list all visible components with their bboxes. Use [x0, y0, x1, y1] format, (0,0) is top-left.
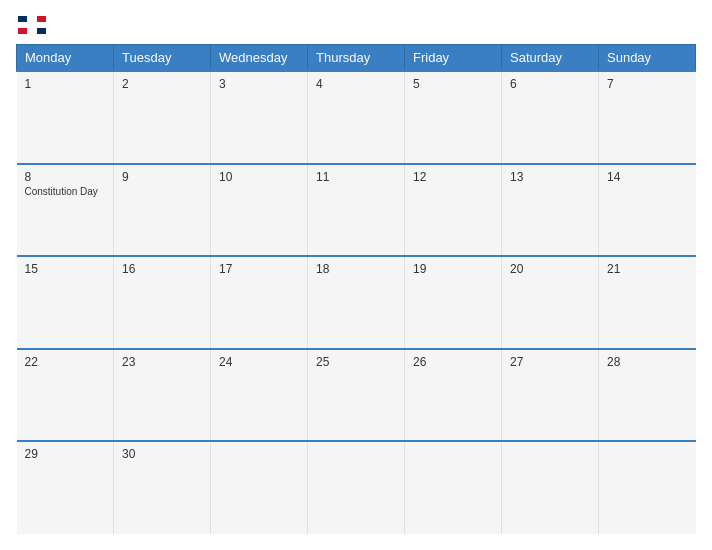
weekday-header-tuesday: Tuesday: [114, 45, 211, 72]
calendar-cell: 17: [211, 256, 308, 349]
calendar-cell: [308, 441, 405, 534]
calendar-table: MondayTuesdayWednesdayThursdayFridaySatu…: [16, 44, 696, 534]
weekday-header-sunday: Sunday: [599, 45, 696, 72]
calendar-cell: 10: [211, 164, 308, 257]
day-number: 5: [413, 77, 493, 91]
day-number: 16: [122, 262, 202, 276]
week-row-5: 2930: [17, 441, 696, 534]
calendar-cell: 15: [17, 256, 114, 349]
logo-flag-icon: [18, 16, 46, 34]
weekday-header-saturday: Saturday: [502, 45, 599, 72]
calendar-cell: 12: [405, 164, 502, 257]
day-number: 4: [316, 77, 396, 91]
day-number: 29: [25, 447, 106, 461]
day-number: 23: [122, 355, 202, 369]
day-number: 10: [219, 170, 299, 184]
calendar-header: [16, 16, 696, 34]
calendar-cell: 7: [599, 71, 696, 164]
day-number: 28: [607, 355, 688, 369]
day-number: 19: [413, 262, 493, 276]
day-number: 8: [25, 170, 106, 184]
week-row-1: 1234567: [17, 71, 696, 164]
calendar-cell: 5: [405, 71, 502, 164]
calendar-cell: 6: [502, 71, 599, 164]
day-number: 12: [413, 170, 493, 184]
day-number: 1: [25, 77, 106, 91]
day-number: 3: [219, 77, 299, 91]
calendar-cell: 3: [211, 71, 308, 164]
week-row-2: 8Constitution Day91011121314: [17, 164, 696, 257]
day-number: 6: [510, 77, 590, 91]
day-number: 7: [607, 77, 688, 91]
calendar-cell: [599, 441, 696, 534]
day-number: 20: [510, 262, 590, 276]
calendar-cell: 21: [599, 256, 696, 349]
holiday-label: Constitution Day: [25, 186, 106, 197]
calendar-cell: 20: [502, 256, 599, 349]
day-number: 15: [25, 262, 106, 276]
day-number: 13: [510, 170, 590, 184]
day-number: 30: [122, 447, 202, 461]
calendar-cell: 27: [502, 349, 599, 442]
logo: [16, 16, 46, 34]
calendar-cell: 4: [308, 71, 405, 164]
calendar-cell: 8Constitution Day: [17, 164, 114, 257]
calendar-cell: 13: [502, 164, 599, 257]
day-number: 9: [122, 170, 202, 184]
day-number: 25: [316, 355, 396, 369]
calendar-cell: 19: [405, 256, 502, 349]
day-number: 18: [316, 262, 396, 276]
day-number: 17: [219, 262, 299, 276]
week-row-4: 22232425262728: [17, 349, 696, 442]
weekday-header-thursday: Thursday: [308, 45, 405, 72]
weekday-header-friday: Friday: [405, 45, 502, 72]
calendar-cell: 1: [17, 71, 114, 164]
day-number: 27: [510, 355, 590, 369]
calendar-cell: [502, 441, 599, 534]
calendar-cell: 18: [308, 256, 405, 349]
calendar-cell: 30: [114, 441, 211, 534]
day-number: 11: [316, 170, 396, 184]
calendar-cell: 11: [308, 164, 405, 257]
calendar-cell: [405, 441, 502, 534]
calendar-cell: 16: [114, 256, 211, 349]
weekday-header-wednesday: Wednesday: [211, 45, 308, 72]
week-row-3: 15161718192021: [17, 256, 696, 349]
calendar-cell: 24: [211, 349, 308, 442]
calendar-cell: 29: [17, 441, 114, 534]
day-number: 24: [219, 355, 299, 369]
calendar-cell: 23: [114, 349, 211, 442]
calendar-cell: 25: [308, 349, 405, 442]
calendar-cell: [211, 441, 308, 534]
svg-rect-5: [18, 22, 46, 28]
calendar-cell: 9: [114, 164, 211, 257]
weekday-header-monday: Monday: [17, 45, 114, 72]
calendar-cell: 28: [599, 349, 696, 442]
day-number: 2: [122, 77, 202, 91]
day-number: 26: [413, 355, 493, 369]
day-number: 14: [607, 170, 688, 184]
calendar-cell: 14: [599, 164, 696, 257]
calendar-cell: 2: [114, 71, 211, 164]
calendar-cell: 22: [17, 349, 114, 442]
day-number: 21: [607, 262, 688, 276]
calendar-cell: 26: [405, 349, 502, 442]
weekday-header-row: MondayTuesdayWednesdayThursdayFridaySatu…: [17, 45, 696, 72]
day-number: 22: [25, 355, 106, 369]
